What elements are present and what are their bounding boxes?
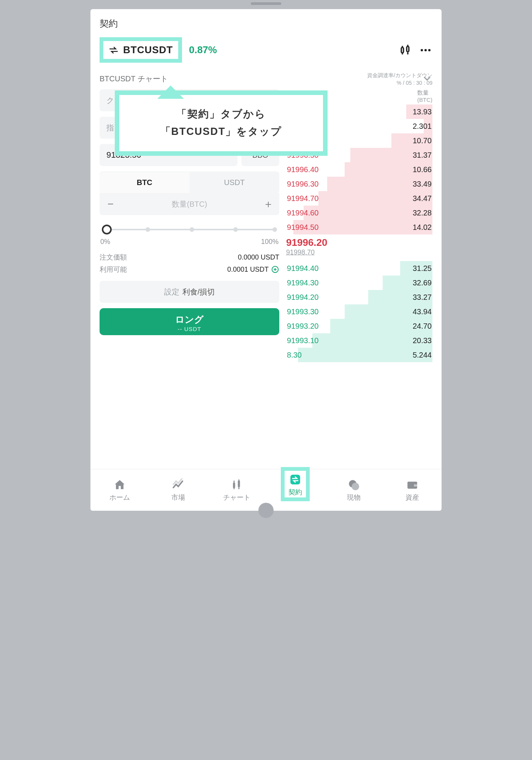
tutorial-callout: 「契約」タブから 「BTCUSDT」をタップ — [115, 90, 328, 156]
orderbook-price: 91993.30 — [287, 307, 318, 316]
add-funds-icon[interactable] — [271, 265, 279, 274]
svg-point-8 — [352, 483, 359, 490]
orderbook-qty-header: 数量 (BTC) — [417, 89, 432, 103]
long-button[interactable]: ロング -- USDT — [100, 308, 279, 335]
tab-assets[interactable]: 資産 — [383, 469, 442, 511]
svg-point-1 — [424, 49, 427, 51]
candlestick-icon[interactable] — [398, 43, 412, 57]
orderbook-price: 91994.50 — [287, 223, 318, 232]
svg-rect-10 — [414, 484, 417, 486]
orderbook-qty: 31.37 — [413, 151, 432, 160]
orderbook-qty: 43.94 — [413, 307, 432, 316]
orderbook-row[interactable]: 91993.10 20.33 — [286, 333, 432, 348]
svg-point-2 — [428, 49, 431, 51]
orderbook-qty: 10.66 — [413, 165, 432, 174]
svg-rect-6 — [290, 475, 300, 484]
orderbook-qty: 33.27 — [413, 293, 432, 302]
orderbook-price: 91993.10 — [287, 336, 318, 345]
available-value: 0.0001 USDT — [227, 266, 269, 274]
orderbook-row[interactable]: 8.30 5.244 — [286, 348, 432, 362]
orderbook-qty: 5.244 — [413, 351, 432, 359]
qty-input[interactable]: 数量(BTC) — [122, 199, 257, 209]
order-amount-value: 0.0000 USDT — [238, 253, 279, 261]
orderbook-price: 91994.40 — [287, 264, 318, 273]
orderbook-row[interactable]: 91993.20 24.70 — [286, 319, 432, 333]
tab-spot[interactable]: 現物 — [325, 469, 383, 511]
orderbook-row[interactable]: 91994.70 34.47 — [286, 191, 432, 206]
orderbook-row[interactable]: 91993.30 43.94 — [286, 304, 432, 319]
orderbook-price: 91996.30 — [287, 180, 318, 188]
orderbook-row[interactable]: 91994.40 31.25 — [286, 261, 432, 276]
tab-contract[interactable]: 契約 — [288, 473, 302, 497]
svg-rect-4 — [233, 483, 235, 488]
funding-info: 資金調達率/カウントダウン % / 05 : 30 : 09 — [367, 72, 432, 87]
orderbook-price: 91994.30 — [287, 279, 318, 287]
orderbook-qty: 13.93 — [413, 108, 432, 116]
orderbook-price: 91993.20 — [287, 322, 318, 331]
last-price: 91996.20 — [286, 234, 432, 249]
orderbook-qty: 14.02 — [413, 223, 432, 232]
unit-toggle[interactable]: BTC USDT — [100, 171, 279, 193]
tpsl-button[interactable]: 設定 利食/損切 — [100, 281, 279, 303]
pair-change-pct: 0.87% — [189, 44, 217, 56]
orderbook-row[interactable]: 91994.20 33.27 — [286, 290, 432, 304]
orderbook-qty: 20.33 — [413, 336, 432, 345]
orderbook-qty: 2.301 — [413, 122, 432, 131]
orderbook-qty: 24.70 — [413, 322, 432, 331]
index-price[interactable]: 91998.70 — [286, 249, 432, 261]
orderbook-row[interactable]: 91994.60 32.28 — [286, 206, 432, 220]
orderbook-qty: 34.47 — [413, 194, 432, 203]
pair-selector-highlight: BTCUSDT — [100, 37, 182, 63]
pair-symbol[interactable]: BTCUSDT — [123, 44, 173, 56]
orderbook-qty: 31.25 — [413, 264, 432, 273]
qty-minus-button[interactable]: − — [100, 198, 122, 210]
orderbook-price: 8.30 — [287, 351, 302, 359]
orderbook-row[interactable]: 91996.30 33.49 — [286, 177, 432, 191]
orderbook-qty: 32.28 — [413, 209, 432, 217]
qty-plus-button[interactable]: ＋ — [257, 197, 279, 211]
order-amount-label: 注文価額 — [100, 253, 127, 262]
orderbook-qty: 32.69 — [413, 279, 432, 287]
slider-knob[interactable] — [102, 225, 112, 234]
orderbook-price: 91994.70 — [287, 194, 318, 203]
slider-min-label: 0% — [100, 238, 110, 246]
orderbook-qty: 10.70 — [413, 136, 432, 145]
more-icon[interactable] — [419, 43, 432, 57]
orderbook-row[interactable]: 91994.30 32.69 — [286, 276, 432, 290]
tab-home[interactable]: ホーム — [90, 469, 149, 511]
svg-rect-5 — [238, 480, 240, 487]
swap-icon — [109, 45, 119, 55]
qty-slider[interactable] — [102, 223, 277, 236]
tab-market[interactable]: 市場 — [149, 469, 207, 511]
slider-max-label: 100% — [261, 238, 279, 246]
orderbook-qty: 33.49 — [413, 180, 432, 188]
orderbook-row[interactable]: 91994.50 14.02 — [286, 220, 432, 234]
available-label: 利用可能 — [100, 265, 127, 274]
unit-btc[interactable]: BTC — [100, 172, 190, 193]
tab-contract-highlight: 契約 — [281, 467, 310, 501]
orderbook-price: 91994.20 — [287, 293, 318, 302]
page-title: 契約 — [90, 9, 442, 33]
orderbook-price: 91996.40 — [287, 165, 318, 174]
orderbook-price: 91994.60 — [287, 209, 318, 217]
tab-chart[interactable]: チャート — [207, 469, 266, 511]
orderbook-row[interactable]: 91996.40 10.66 — [286, 162, 432, 177]
svg-point-0 — [421, 49, 423, 51]
unit-usdt[interactable]: USDT — [190, 172, 280, 193]
